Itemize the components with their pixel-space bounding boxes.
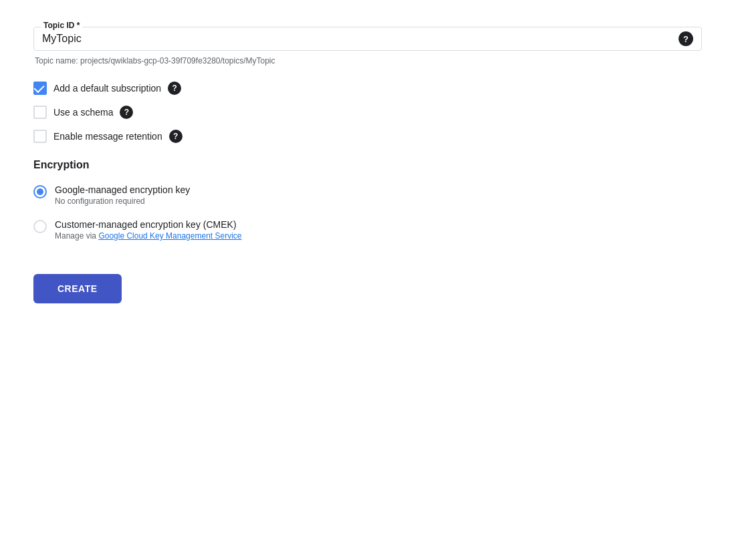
kms-link[interactable]: Google Cloud Key Management Service bbox=[98, 231, 241, 241]
checkbox-add-default-subscription-label: Add a default subscription bbox=[53, 83, 161, 94]
checkbox-add-default-subscription-input[interactable] bbox=[33, 82, 47, 95]
topic-id-label: Topic ID * bbox=[41, 21, 82, 30]
add-default-subscription-help-icon[interactable]: ? bbox=[168, 82, 181, 95]
radio-cmek: Customer-managed encryption key (CMEK) M… bbox=[33, 219, 702, 241]
topic-id-help-icon[interactable]: ? bbox=[678, 31, 693, 46]
topic-id-field: Topic ID * ? bbox=[33, 27, 702, 51]
checkbox-add-default-subscription: Add a default subscription ? bbox=[33, 82, 702, 95]
radio-google-managed-label: Google-managed encryption key bbox=[55, 184, 190, 195]
radio-cmek-sublabel: Manage via Google Cloud Key Management S… bbox=[55, 231, 242, 241]
topic-name-hint: Topic name: projects/qwiklabs-gcp-03-39f… bbox=[33, 56, 702, 65]
checkbox-enable-message-retention-input[interactable] bbox=[33, 130, 47, 143]
radio-google-managed-input[interactable] bbox=[33, 185, 47, 198]
radio-google-managed: Google-managed encryption key No configu… bbox=[33, 184, 702, 206]
radio-cmek-label: Customer-managed encryption key (CMEK) bbox=[55, 219, 242, 230]
encryption-title: Encryption bbox=[33, 159, 702, 171]
use-schema-help-icon[interactable]: ? bbox=[120, 106, 133, 119]
checkbox-use-schema-input[interactable] bbox=[33, 106, 47, 119]
topic-id-input[interactable] bbox=[42, 33, 669, 45]
checkbox-use-schema-label: Use a schema bbox=[53, 107, 113, 118]
enable-message-retention-help-icon[interactable]: ? bbox=[169, 130, 182, 143]
checkbox-enable-message-retention: Enable message retention ? bbox=[33, 130, 702, 143]
checkbox-use-schema: Use a schema ? bbox=[33, 106, 702, 119]
create-button[interactable]: CREATE bbox=[33, 274, 122, 303]
radio-google-managed-sublabel: No configuration required bbox=[55, 196, 190, 206]
checkbox-enable-message-retention-label: Enable message retention bbox=[53, 131, 162, 142]
radio-cmek-input[interactable] bbox=[33, 220, 47, 233]
main-container: Topic ID * ? Topic name: projects/qwikla… bbox=[0, 0, 735, 330]
